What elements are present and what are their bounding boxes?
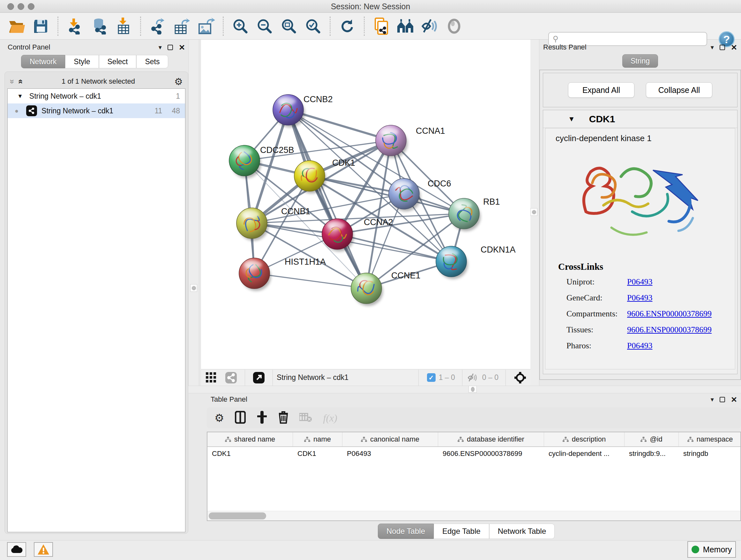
tree-expand-icon[interactable]: ▼ [17, 93, 23, 100]
cloud-icon [10, 545, 23, 554]
network-view-title: String Network – cdk1 [277, 373, 348, 382]
table-panel-float-icon[interactable] [720, 397, 725, 402]
table-row[interactable]: CDK1CDK1P064939606.ENSP00000378699cyclin… [207, 447, 740, 458]
node-RB1[interactable]: RB1 [449, 197, 500, 231]
results-panel-float-icon[interactable] [720, 45, 725, 50]
export-table-icon[interactable] [173, 17, 191, 36]
table-cell[interactable]: CDK1 [207, 447, 293, 458]
node-CCNB2[interactable]: CCNB2 [273, 95, 333, 127]
tab-edge-table[interactable]: Edge Table [434, 523, 489, 539]
node-label-CCNA1: CCNA1 [416, 126, 445, 136]
node-CDK1[interactable]: CDK1 [294, 158, 355, 193]
open-in-window-icon[interactable] [252, 371, 266, 384]
left-splitter[interactable] [188, 40, 199, 386]
memory-button[interactable]: Memory [687, 541, 736, 558]
hidden-eye-icon[interactable] [466, 372, 479, 384]
network-edge-count: 48 [172, 107, 185, 115]
table-panel-close-icon[interactable]: ✕ [731, 397, 737, 402]
show-columns-icon[interactable] [235, 411, 246, 425]
tab-node-table[interactable]: Node Table [378, 523, 434, 539]
expand-all-icon[interactable]: » [15, 79, 25, 84]
results-panel-menu-icon[interactable]: ▾ [711, 44, 714, 51]
column-header-shared-name[interactable]: shared name [207, 432, 293, 446]
warning-button[interactable] [34, 542, 53, 557]
expand-all-button[interactable]: Expand All [568, 82, 634, 98]
network-row[interactable]: ● String Network – cdk1 11 48 [8, 104, 185, 118]
gene-section-header[interactable]: ▼ CDK1 [543, 110, 737, 128]
table-cell[interactable]: CDK1 [293, 447, 342, 458]
import-table-icon[interactable] [114, 17, 133, 36]
column-header-description[interactable]: description [544, 432, 624, 446]
column-header-namespace[interactable]: namespace [679, 432, 741, 446]
table-panel-menu-icon[interactable]: ▾ [711, 395, 714, 403]
crosslink-link[interactable]: P06493 [627, 293, 652, 303]
node-CCNE1[interactable]: CCNE1 [351, 271, 421, 306]
table-cell[interactable]: stringdb [679, 447, 741, 458]
control-panel-float-icon[interactable] [167, 45, 173, 50]
table-settings-gear-icon[interactable]: ⚙ [214, 412, 224, 424]
column-header-canonical-name[interactable]: canonical name [342, 432, 438, 446]
export-image-icon[interactable] [197, 17, 215, 36]
zoom-fit-icon[interactable] [280, 17, 298, 36]
crosslink-row: Compartments:9606.ENSP00000378699 [545, 306, 735, 322]
gray-eye-icon[interactable] [445, 17, 463, 36]
add-column-icon[interactable] [257, 411, 267, 425]
import-network-from-database-icon[interactable] [90, 17, 109, 36]
zoom-out-icon[interactable] [255, 17, 274, 36]
network-share-toggle-icon[interactable] [224, 371, 238, 384]
column-header--id[interactable]: @id [624, 432, 679, 446]
tab-network-table[interactable]: Network Table [489, 523, 555, 539]
export-network-icon[interactable] [148, 17, 167, 36]
tab-select[interactable]: Select [99, 55, 137, 68]
delete-column-icon[interactable] [278, 411, 288, 425]
node-label-CCNB1: CCNB1 [281, 206, 311, 216]
selected-checkbox-icon[interactable]: ✓ [427, 373, 435, 382]
control-panel-menu-icon[interactable]: ▾ [158, 44, 162, 51]
hide-eye-icon[interactable] [421, 17, 439, 36]
houses-icon[interactable] [396, 17, 415, 36]
save-session-icon[interactable] [31, 17, 50, 36]
node-label-CCNE1: CCNE1 [391, 271, 421, 280]
crosslink-link[interactable]: P06493 [627, 277, 652, 287]
network-canvas[interactable]: CCNB2CCNA1CDC25BCDK1CDC6RB1CCNB1CCNA2CDK… [201, 40, 530, 369]
table-cell[interactable]: 9606.ENSP00000378699 [438, 447, 544, 458]
import-network-icon[interactable] [66, 17, 84, 36]
network-graph[interactable]: CCNB2CCNA1CDC25BCDK1CDC6RB1CCNB1CCNA2CDK… [201, 40, 530, 369]
tab-network[interactable]: Network [21, 55, 65, 68]
table-horizontal-scrollbar[interactable] [207, 511, 740, 520]
scrollbar-thumb[interactable] [209, 512, 266, 519]
column-header-database-identifier[interactable]: database identifier [438, 432, 544, 446]
table-cell[interactable]: cyclin-dependent ... [544, 447, 624, 458]
birdseye-grid-icon[interactable] [204, 371, 218, 384]
open-session-icon[interactable] [7, 17, 26, 36]
cloud-button[interactable] [7, 542, 26, 557]
control-panel-close-icon[interactable]: ✕ [179, 45, 185, 50]
tab-style[interactable]: Style [65, 55, 98, 68]
crosshair-icon[interactable] [513, 371, 528, 385]
bottom-splitter[interactable] [188, 386, 741, 393]
refresh-icon[interactable] [338, 17, 356, 36]
node-CDKN1A[interactable]: CDKN1A [436, 245, 516, 279]
node-CDC25B[interactable]: CDC25B [229, 145, 294, 178]
column-header-name[interactable]: name [293, 432, 342, 446]
node-CCNA1[interactable]: CCNA1 [376, 125, 445, 158]
tab-string[interactable]: String [622, 54, 658, 68]
network-collection-row[interactable]: ▼ String Network – cdk1 1 [8, 89, 185, 104]
results-panel-close-icon[interactable]: ✕ [731, 45, 737, 50]
network-options-gear-icon[interactable]: ⚙ [174, 76, 183, 87]
gene-collapse-icon[interactable]: ▼ [568, 115, 575, 123]
table-cell[interactable]: P06493 [342, 447, 438, 458]
node-table[interactable]: shared namenamecanonical namedatabase id… [207, 432, 741, 521]
delete-table-icon [299, 412, 312, 424]
zoom-selected-icon[interactable] [304, 17, 322, 36]
clone-network-icon[interactable] [372, 17, 391, 36]
node-label-CDK1: CDK1 [332, 158, 355, 168]
zoom-in-icon[interactable] [231, 17, 250, 36]
crosslink-link[interactable]: 9606.ENSP00000378699 [627, 309, 712, 319]
node-HIST1H1A[interactable]: HIST1H1A [239, 257, 326, 291]
collapse-all-button[interactable]: Collapse All [646, 82, 712, 98]
tab-sets[interactable]: Sets [136, 55, 168, 68]
crosslink-link[interactable]: P06493 [627, 341, 652, 351]
table-cell[interactable]: stringdb:9... [624, 447, 679, 458]
crosslink-link[interactable]: 9606.ENSP00000378699 [627, 325, 712, 334]
